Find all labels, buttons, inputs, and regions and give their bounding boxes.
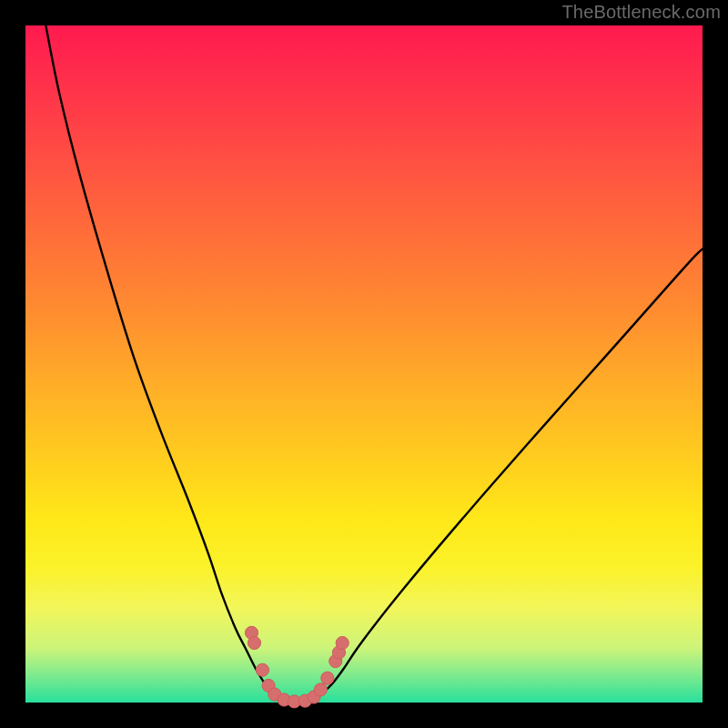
trough-marker-group [245, 626, 349, 708]
chart-svg [25, 25, 703, 703]
chart-frame: TheBottleneck.com [0, 0, 728, 728]
watermark-text: TheBottleneck.com [561, 2, 721, 23]
v-curve [46, 25, 703, 703]
chart-plot-area [25, 25, 703, 703]
trough-marker [321, 672, 334, 684]
trough-marker [314, 683, 327, 696]
trough-marker [336, 636, 349, 649]
trough-marker [256, 663, 268, 676]
trough-marker [248, 636, 260, 649]
